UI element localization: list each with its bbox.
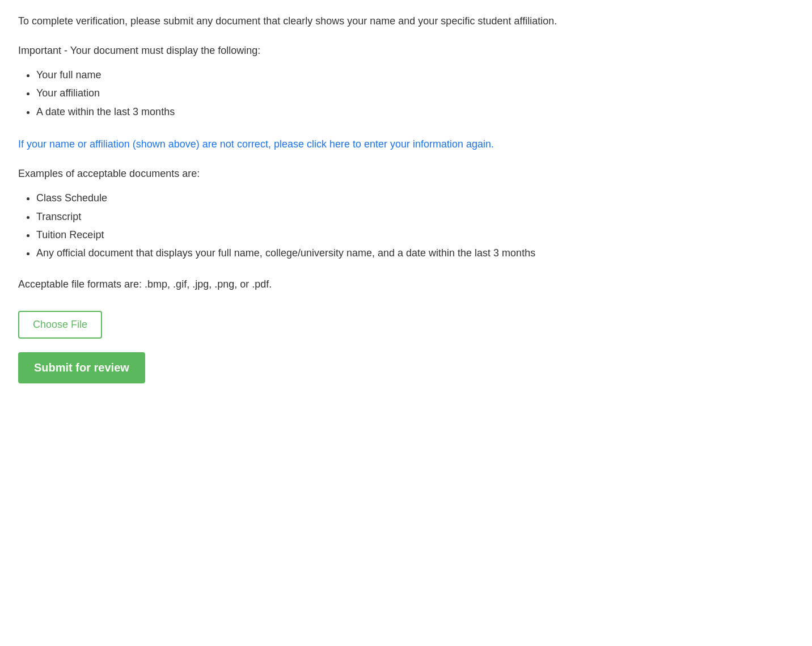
correction-link-section[interactable]: If your name or affiliation (shown above… [18,137,794,152]
list-item: Tuition Receipt [36,226,794,244]
examples-list: Class Schedule Transcript Tuition Receip… [36,189,794,263]
requirements-heading: Important - Your document must display t… [18,45,794,57]
requirements-list: Your full name Your affiliation A date w… [36,66,794,121]
file-formats-text: Acceptable file formats are: .bmp, .gif,… [18,278,794,290]
examples-heading: Examples of acceptable documents are: [18,168,794,180]
correction-link[interactable]: If your name or affiliation (shown above… [18,138,494,150]
list-item: A date within the last 3 months [36,103,794,121]
list-item: Your affiliation [36,84,794,102]
list-item: Transcript [36,208,794,226]
intro-text: To complete verification, please submit … [18,14,794,29]
submit-button[interactable]: Submit for review [18,352,145,383]
list-item: Your full name [36,66,794,84]
list-item: Any official document that displays your… [36,244,794,262]
list-item: Class Schedule [36,189,794,207]
choose-file-button[interactable]: Choose File [18,311,102,339]
